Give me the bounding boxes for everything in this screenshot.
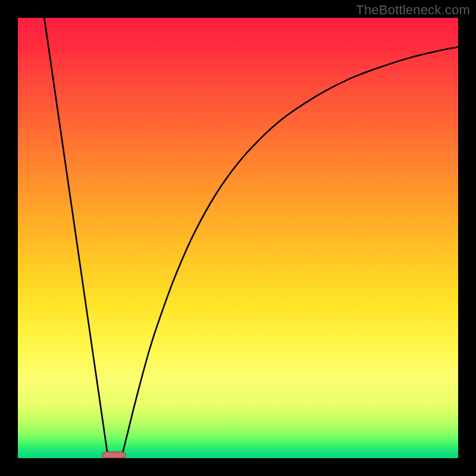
bottleneck-curve-plot [18, 18, 458, 458]
curve-left-segment [44, 18, 108, 458]
optimum-marker [102, 452, 126, 458]
curve-right-segment [121, 47, 458, 458]
chart-frame: TheBottleneck.com [0, 0, 476, 476]
watermark-text: TheBottleneck.com [356, 2, 470, 18]
